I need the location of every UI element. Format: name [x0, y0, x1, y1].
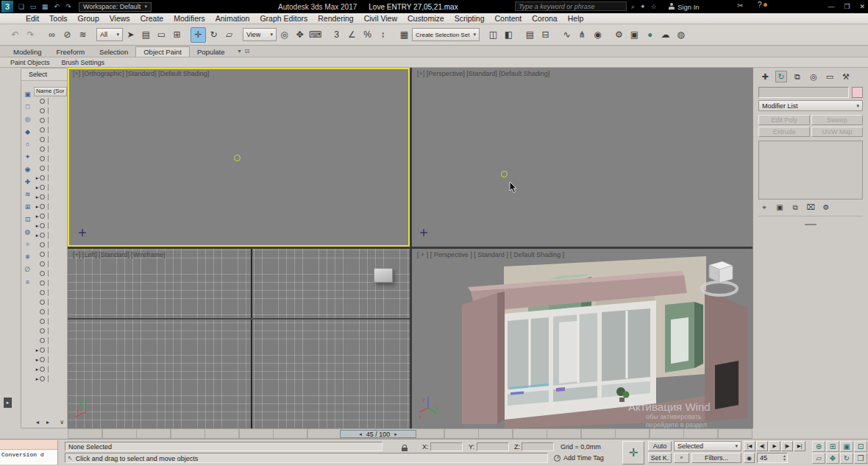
open-file-icon[interactable]: ▭ [27, 3, 39, 10]
expand-arrow-icon[interactable]: ▸ [35, 175, 40, 181]
set-key-button[interactable]: Set K. [648, 453, 672, 463]
viewport-label[interactable]: [+] [Perspective] [Standard] [Default Sh… [417, 70, 549, 77]
bind-to-space-warp-icon[interactable]: ≋ [75, 27, 90, 43]
menu-item[interactable]: Tools [44, 14, 73, 23]
explorer-row[interactable] [34, 135, 67, 144]
maximize-icon[interactable]: ❐ [844, 3, 850, 10]
menu-item[interactable]: Edit [21, 14, 44, 23]
search-icon[interactable]: ⌕ [631, 3, 635, 11]
object-name-field[interactable] [758, 87, 849, 98]
explorer-row[interactable] [34, 259, 67, 269]
previous-frame-arrow-icon[interactable]: ◂ [359, 431, 362, 437]
select-and-move-icon[interactable]: ✛ [191, 27, 206, 43]
viewport-label[interactable]: [+] [Orthographic] [Standard] [Default S… [73, 70, 209, 77]
explorer-row[interactable] [34, 250, 67, 259]
render-flyout-icon[interactable]: ◍ [673, 27, 689, 43]
named-selection-dropdown[interactable]: Create Selection Set [412, 28, 480, 41]
favorites-icon[interactable]: ☆ [651, 3, 657, 10]
menu-item[interactable]: Customize [402, 14, 449, 23]
zoom-all-icon[interactable]: ⊞ [826, 441, 839, 452]
orbit-icon[interactable]: ↻ [840, 453, 853, 464]
menu-item[interactable]: Civil View [359, 14, 402, 23]
menu-item[interactable]: Content [489, 14, 527, 23]
rendered-frame-icon[interactable]: ▣ [627, 27, 642, 43]
angle-snap-icon[interactable]: ∠ [344, 27, 360, 43]
ribbon-tab[interactable]: Populate [190, 47, 232, 57]
snaps-toggle-icon[interactable]: 3 [329, 27, 344, 43]
scene-explorer-icon[interactable]: ⊟ [538, 27, 553, 43]
expand-arrow-icon[interactable]: ▸ [35, 376, 40, 382]
explorer-row[interactable] [34, 336, 67, 345]
scroll-down-icon[interactable]: ∨ [60, 419, 64, 426]
frame-number-field[interactable]: 45 ▲▼ [757, 453, 788, 463]
listener-output-pane[interactable]: Conversion d [0, 450, 57, 465]
explorer-row[interactable] [34, 240, 67, 250]
explorer-row[interactable]: ▸ [34, 364, 67, 374]
keyboard-override-icon[interactable]: ⌨ [307, 27, 323, 43]
viewport-perspective-main[interactable]: [ + ] [ Perspective ] [ Standard ] [ Def… [412, 249, 753, 428]
expand-panel-arrow-icon[interactable]: ▸ [4, 398, 12, 408]
expand-arrow-icon[interactable]: ▸ [35, 357, 40, 363]
undo-icon[interactable]: ↶ [51, 3, 63, 10]
reference-coordinate-dropdown[interactable]: View [243, 28, 277, 41]
explorer-row[interactable]: ▸ [34, 374, 67, 384]
modifier-button[interactable]: Extrude [758, 127, 810, 137]
spinner-arrows-icon[interactable]: ▲▼ [783, 454, 787, 462]
explorer-row[interactable] [34, 326, 67, 336]
explorer-row[interactable] [34, 317, 67, 326]
viewport-perspective-top[interactable]: [+] [Perspective] [Standard] [Default Sh… [412, 68, 753, 247]
ribbon-tab[interactable]: Selection [92, 47, 135, 57]
display-materials-icon[interactable]: ◍ [22, 226, 33, 237]
ribbon-config-icon[interactable]: ▾ [238, 48, 241, 54]
display-xrefs-icon[interactable]: ⊡ [22, 213, 33, 225]
transform-typein-toggle[interactable]: ✛ [622, 441, 644, 465]
display-shapes-icon[interactable]: ○ [22, 138, 33, 149]
scroll-left-icon[interactable]: ◂ [36, 419, 39, 426]
expand-arrow-icon[interactable]: ▸ [35, 367, 40, 373]
material-editor-icon[interactable]: ◉ [590, 27, 605, 43]
select-none-icon[interactable]: □ [22, 101, 33, 112]
ribbon-tab[interactable]: Modeling [6, 47, 49, 57]
explorer-row[interactable]: ▸ [34, 173, 67, 183]
menu-item[interactable]: Help [563, 14, 589, 23]
explorer-row[interactable] [34, 278, 67, 288]
new-scene-icon[interactable]: ❏ [15, 3, 27, 10]
a360-cloud-icon[interactable]: ☁ [658, 27, 673, 43]
explorer-row[interactable] [34, 269, 67, 278]
display-groups-icon[interactable]: ⊞ [22, 201, 33, 212]
undo-icon[interactable]: ↶ [7, 27, 23, 43]
modifier-list-dropdown[interactable]: Modifier List ▾ [758, 100, 863, 111]
x-coordinate-field[interactable] [430, 442, 463, 451]
listener-macro-pane[interactable] [0, 440, 57, 450]
add-time-tag[interactable]: Add Time Tag [554, 454, 604, 462]
explorer-row[interactable] [34, 125, 67, 135]
display-cameras-icon[interactable]: ◉ [22, 163, 33, 174]
create-tab-icon[interactable]: ✚ [759, 71, 771, 82]
expand-arrow-icon[interactable]: ▸ [35, 194, 40, 200]
explorer-row[interactable]: ▸ [34, 183, 67, 192]
rectangular-selection-icon[interactable]: ▭ [154, 27, 169, 43]
z-coordinate-field[interactable] [522, 442, 554, 451]
ribbon-tab[interactable]: Object Paint [135, 46, 190, 57]
play-icon[interactable]: ▶ [769, 441, 780, 451]
render-production-icon[interactable]: ● [642, 27, 658, 43]
ribbon-subtab[interactable]: Paint Objects [4, 59, 56, 66]
menu-item[interactable]: Modifiers [168, 14, 210, 23]
curve-editor-icon[interactable]: ∿ [559, 27, 574, 43]
explorer-row[interactable]: ▸ [34, 221, 67, 230]
utilities-tab-icon[interactable]: ⚒ [840, 71, 852, 82]
display-geometry-icon[interactable]: ◆ [22, 126, 33, 137]
show-end-result-icon[interactable]: ▣ [774, 202, 786, 213]
key-selection-dropdown[interactable]: Selected [674, 441, 741, 451]
explorer-row[interactable] [34, 163, 67, 173]
previous-frame-icon[interactable]: ◀| [756, 441, 768, 451]
auto-key-button[interactable]: Auto [648, 441, 672, 451]
minimize-icon[interactable]: — [828, 3, 834, 10]
explorer-row[interactable]: ▸ [34, 345, 67, 355]
pan-icon[interactable]: ✥ [826, 453, 839, 464]
maximize-viewport-icon[interactable]: ❐ [854, 453, 867, 464]
redo-icon[interactable]: ↷ [23, 27, 38, 43]
explorer-row[interactable] [34, 307, 67, 317]
percent-snap-icon[interactable]: % [360, 27, 375, 43]
timeline-track[interactable]: ◂ 45 / 100 ▸ [68, 428, 753, 439]
